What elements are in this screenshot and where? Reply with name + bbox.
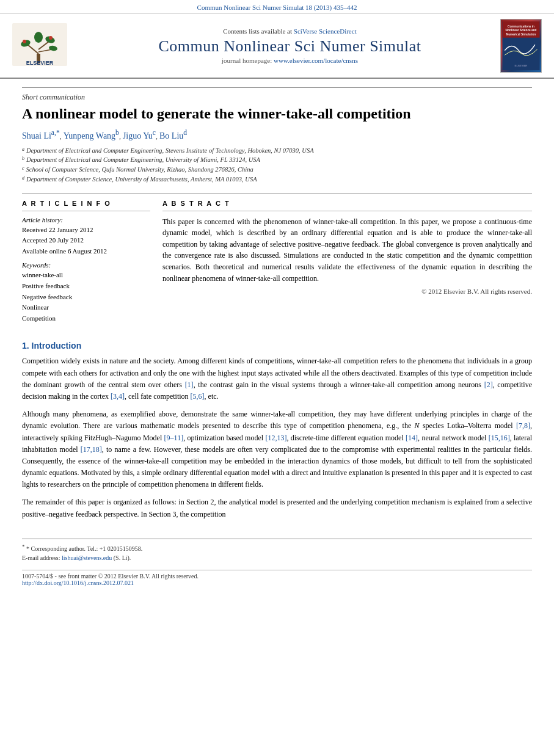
email-link[interactable]: lishuai@stevens.edu [62,554,112,561]
journal-title: Commun Nonlinear Sci Numer Simulat [79,37,500,56]
authors-line: Shuai Lia,*, Yunpeng Wangb, Jiguo Yuc, B… [22,129,532,141]
journal-cover-image: Communications in Nonlinear Science and … [500,19,542,73]
author-1: Shuai Li [22,131,51,140]
svg-point-10 [49,36,53,40]
svg-text:ELSEVIER: ELSEVIER [515,64,528,67]
keyword-5: Competition [22,313,150,324]
abstract-text: This paper is concerned with the phenome… [162,216,532,285]
abstract-label: A B S T R A C T [162,200,532,207]
svg-text:Communications in: Communications in [508,25,534,28]
intro-para-2: Although many phenomena, as exemplified … [22,409,532,490]
article-category: Short communication [22,87,532,102]
affiliations: a Department of Electrical and Computer … [22,146,532,184]
keywords-label: Keywords: [22,261,150,269]
sciverse-line: Contents lists available at SciVerse Sci… [79,27,500,35]
author-3: Jiguo Yu [123,131,153,140]
accepted-date: Accepted 20 July 2012 [22,235,150,246]
corresponding-note: * * Corresponding author. Tel.: +1 02015… [22,543,532,553]
available-date: Available online 6 August 2012 [22,246,150,257]
paper-title: A nonlinear model to generate the winner… [22,104,532,123]
elsevier-logo: ELSEVIER [12,23,67,68]
affiliation-a: a Department of Electrical and Computer … [22,146,532,156]
author-4-super: d [183,129,187,137]
top-bar: Commun Nonlinear Sci Numer Simulat 18 (2… [0,0,554,14]
keyword-2: Positive feedback [22,281,150,292]
doi-link[interactable]: http://dx.doi.org/10.1016/j.cnsns.2012.0… [22,580,532,586]
affiliation-c: c School of Computer Science, Qufu Norma… [22,165,532,175]
affiliation-b: b Department of Electrical and Computer … [22,155,532,165]
keyword-1: winner-take-all [22,270,150,281]
intro-heading: 1. Introduction [22,341,532,351]
footer: * * Corresponding author. Tel.: +1 02015… [22,539,532,562]
svg-text:Numerical Simulation: Numerical Simulation [506,33,536,36]
article-info-column: A R T I C L E I N F O Article history: R… [22,200,150,329]
journal-center: Contents lists available at SciVerse Sci… [79,27,500,64]
journal-homepage: journal homepage: www.elsevier.com/locat… [79,57,500,64]
svg-text:Nonlinear Science and: Nonlinear Science and [506,29,537,32]
received-date: Received 22 January 2012 [22,225,150,236]
author-1-super: a,* [51,129,60,137]
journal-header: ELSEVIER Contents lists available at Sci… [0,14,554,79]
copyright: © 2012 Elsevier B.V. All rights reserved… [162,288,532,295]
intro-para-3: The remainder of this paper is organized… [22,496,532,520]
keyword-3: Negative feedback [22,292,150,303]
bottom-bar: 1007-5704/$ - see front matter © 2012 El… [22,570,532,586]
svg-text:ELSEVIER: ELSEVIER [26,60,54,66]
journal-ref: Commun Nonlinear Sci Numer Simulat 18 (2… [197,4,357,11]
article-info-label: A R T I C L E I N F O [22,200,150,207]
main-content: Short communication A nonlinear model to… [0,79,554,595]
intro-para-1: Competition widely exists in nature and … [22,355,532,402]
separator [22,193,532,194]
author-2: Yunpeng Wang [64,131,115,140]
svg-point-9 [23,40,26,43]
affiliation-d: d Department of Computer Science, Univer… [22,175,532,184]
article-history: Article history: Received 22 January 201… [22,216,150,257]
abstract-column: A B S T R A C T This paper is concerned … [162,200,532,329]
info-abstract-row: A R T I C L E I N F O Article history: R… [22,200,532,329]
email-line: E-mail address: lishuai@stevens.edu (S. … [22,553,532,562]
rights-notice: 1007-5704/$ - see front matter © 2012 El… [22,573,532,580]
keywords-section: Keywords: winner-take-all Positive feedb… [22,261,150,324]
keyword-4: Nonlinear [22,302,150,313]
homepage-url[interactable]: www.elsevier.com/locate/cnsns [274,57,358,64]
author-4: Bo Liu [159,131,183,140]
sciverse-link[interactable]: SciVerse ScienceDirect [294,27,357,35]
history-label: Article history: [22,216,150,224]
svg-point-8 [34,32,43,43]
